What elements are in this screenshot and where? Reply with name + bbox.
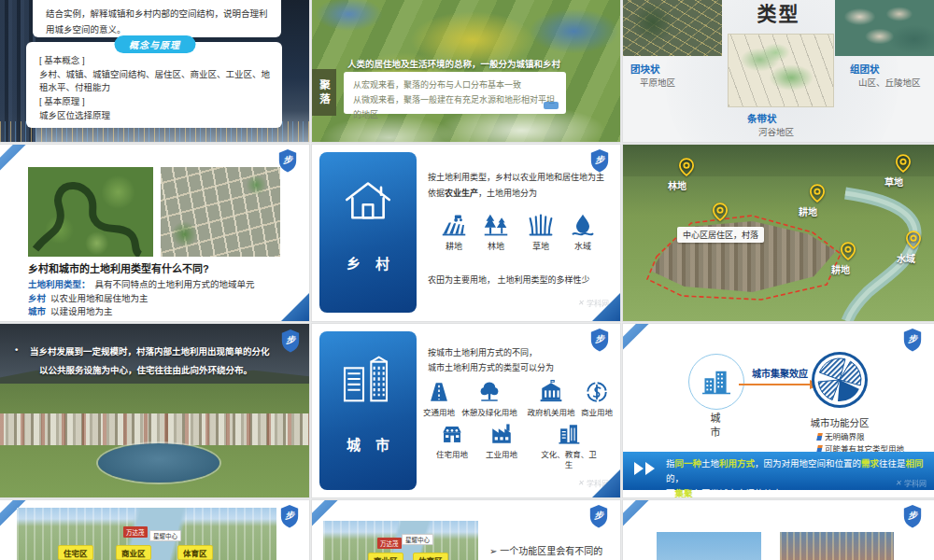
type-desc-clustered: 平原地区	[640, 76, 675, 89]
urban-key: 城市	[28, 306, 46, 316]
objective-card: 结合实例，解释城镇和乡村内部的空间结构，说明合理利用城乡空间的意义。	[33, 0, 281, 37]
farmland-label-2: 耕地	[831, 262, 850, 276]
water-label: 水域	[897, 251, 915, 265]
slide-11-functional-zone-note[interactable]: 步 万达茂 星耀中心 商业区 体育区 ➢ 一个功能区里会有不同的	[312, 500, 620, 560]
concept-card: [ 基本概念 ] 乡村、城镇、城镇空间结构、居住区、商业区、工业区、地租水平、付…	[26, 42, 282, 128]
forest-icon	[483, 212, 509, 238]
brand-logo: 步	[902, 504, 923, 528]
macro-view-text: 从宏观来看，聚落的分布与人口分布基本一致	[353, 77, 557, 92]
landuse-item-farmland: 耕地	[432, 212, 476, 252]
rural-text-2: 依据农业生产，土地用地分为	[428, 187, 537, 199]
type-name-clustered: 团块状	[630, 62, 660, 76]
slide-12-zone-photos[interactable]: 步	[623, 500, 934, 560]
settlement-vertical-label: 聚落	[312, 69, 336, 116]
rooftops-texture	[0, 413, 309, 445]
slide-10-functional-zones-aerial[interactable]: 步 万达茂 星耀中心 住宅区 商业区 体育区	[0, 500, 309, 560]
map-pin-icon	[906, 231, 921, 249]
slide-6-village-aerial-labels[interactable]: 林地 草地 耕地 中心区居住区，村落 耕地 水域	[623, 145, 934, 321]
definition-line-1: 指同一种土地利用方式，因为对用地空间和位置的需求往往是相同的，	[666, 456, 929, 486]
city-aerial-photo: 万达茂 星耀中心 住宅区 商业区 体育区	[17, 508, 276, 560]
slide-2-settlement-definition[interactable]: 聚落 人类的居住地及生活环境的总称，一般分为城镇和乡村 从宏观来看，聚落的分布与…	[312, 0, 620, 142]
rural-key: 乡村	[28, 293, 46, 303]
farmland-label-1: 耕地	[799, 204, 817, 218]
watermark: ✕ 学科网	[578, 298, 609, 308]
objective-text: 结合实例，解释城镇和乡村内部的空间结构，说明合理利用城乡空间的意义。	[46, 8, 268, 35]
slide-3-settlement-types[interactable]: 类型 团块状 平原地区 条带状 河谷地区 组团状 山区、丘陵地区	[623, 0, 934, 142]
river-meander-graphic	[28, 167, 153, 257]
city-buildings-icon	[340, 354, 396, 404]
road-icon	[427, 380, 451, 404]
house-shop-icon	[440, 422, 464, 446]
type-name-grouped: 组团状	[850, 62, 880, 76]
text-pre: 依据	[428, 189, 445, 198]
zone-label-sports: 体育区	[413, 553, 448, 560]
watermark-chip	[544, 102, 559, 109]
slide-7-village-differentiation[interactable]: • 当乡村发展到一定规模时，村落内部土地利用出现简单的分化 以公共服务设施为中心…	[0, 324, 309, 497]
slide-8-urban-land-use[interactable]: 城 市 步 按城市土地利用方式的不同， 城市土地利用方式的类型可以分为 交通用地…	[312, 324, 620, 497]
village-center-label: 中心区居住区，村落	[677, 227, 764, 243]
pie-chart-icon	[810, 350, 870, 410]
differentiation-text-2: 以公共服务设施为中心，住宅往往由此向外环绕分布。	[39, 363, 252, 376]
farmland-icon	[441, 212, 467, 238]
slide-1-learning-objective[interactable]: 结合实例，解释城镇和乡村内部的空间结构，说明合理利用城乡空间的意义。 概念与原理…	[0, 0, 309, 142]
slide-9-agglomeration-effect[interactable]: 步 城市 城市集聚效应 城市功能分区 无明确界限	[623, 324, 934, 497]
plain-city-satellite-photo	[623, 0, 722, 56]
slide-4-land-use-types[interactable]: 步 乡村和城市的土地利用类型有什么不同? 土地利用类型：具有不同特点的土地利用方…	[0, 145, 309, 321]
landuse-item-transport: 交通用地	[417, 380, 461, 418]
brand-logo: 步	[588, 504, 609, 528]
fast-forward-icon	[634, 462, 655, 475]
landuse-item-culture: 文化、教育、卫生	[541, 422, 597, 469]
map-pin-icon	[841, 242, 856, 260]
term-label: 土地利用类型：	[28, 279, 91, 289]
text-post: ，土地用地分为	[478, 189, 537, 198]
watermark: ✕ 学科网	[896, 478, 927, 488]
urban-panel: 城 市	[319, 331, 417, 490]
dollar-circle-icon	[585, 380, 609, 404]
city-circle	[688, 354, 744, 410]
slide-5-rural-land-use[interactable]: 乡 村 步 按土地利用类型，乡村以农业用地和居住地为主 依据农业生产，土地用地分…	[312, 145, 620, 321]
landuse-item-residential: 住宅用地	[428, 422, 476, 460]
agglomeration-definition: 指同一种土地利用方式，因为对用地空间和位置的需求往往是相同的， 而集聚在同类城市…	[666, 456, 929, 497]
urban-text-2: 城市土地利用方式的类型可以分为	[428, 361, 554, 373]
watermark-x-icon: ✕	[577, 479, 586, 487]
principle-heading: [ 基本原理 ]	[39, 95, 271, 109]
type-name-belt: 条带状	[747, 111, 777, 125]
tag-icon	[816, 433, 823, 441]
village-pond	[98, 443, 219, 483]
question-text: 乡村和城市的土地利用类型有什么不同?	[28, 260, 209, 275]
center-label: 星耀中心	[402, 534, 433, 545]
grassland-label: 草地	[884, 175, 903, 189]
term-desc: 具有不同特点的土地利用方式的地域单元	[95, 279, 255, 289]
skyline-photo	[657, 532, 761, 560]
zone-label-commercial: 商业区	[368, 553, 403, 560]
settlement-card: 从宏观来看，聚落的分布与人口分布基本一致 从微观来看，聚落一般建在有充足水源和地…	[344, 72, 566, 114]
city-label: 城市	[708, 412, 723, 440]
watermark-text: 学科网	[587, 298, 609, 308]
wanda-label: 万达茂	[377, 538, 402, 549]
concept-terms: 乡村、城镇、城镇空间结构、居住区、商业区、工业区、地租水平、付租能力	[39, 68, 271, 95]
rural-footer: 农田为主要用地， 土地利用类型的多样性少	[428, 273, 590, 286]
rural-satellite-photo	[28, 167, 153, 257]
principle-text: 城乡区位选择原理	[39, 109, 271, 123]
rural-line: 乡村以农业用地和居住地为主	[28, 291, 149, 304]
map-pin-icon	[679, 158, 694, 176]
corner-ribbon	[623, 324, 666, 367]
urban-panel-label: 城 市	[319, 434, 417, 454]
brand-logo: 步	[589, 148, 610, 173]
urban-text-1: 按城市土地利用方式的不同，	[428, 346, 537, 358]
corner-triangle	[281, 293, 309, 321]
center-label: 星耀中心	[149, 530, 181, 541]
grassland-icon	[528, 212, 554, 238]
micro-view-text: 从微观来看，聚落一般建在有充足水源和地形相对平坦的地区	[353, 92, 557, 122]
rural-text-1: 按土地利用类型，乡村以农业用地和居住地为主	[428, 171, 604, 183]
wanda-label: 万达茂	[123, 526, 148, 538]
rural-panel: 乡 村	[319, 152, 417, 313]
forest-label: 林地	[668, 178, 686, 192]
city-buildings-icon	[698, 363, 735, 400]
government-building-icon	[539, 380, 563, 404]
urban-line: 城市以建设用地为主	[28, 304, 113, 317]
watermark-x-icon: ✕	[577, 299, 586, 307]
brand-logo: 步	[279, 504, 300, 528]
zone-label-commercial: 商业区	[116, 545, 151, 560]
brand-logo: 步	[902, 328, 923, 352]
